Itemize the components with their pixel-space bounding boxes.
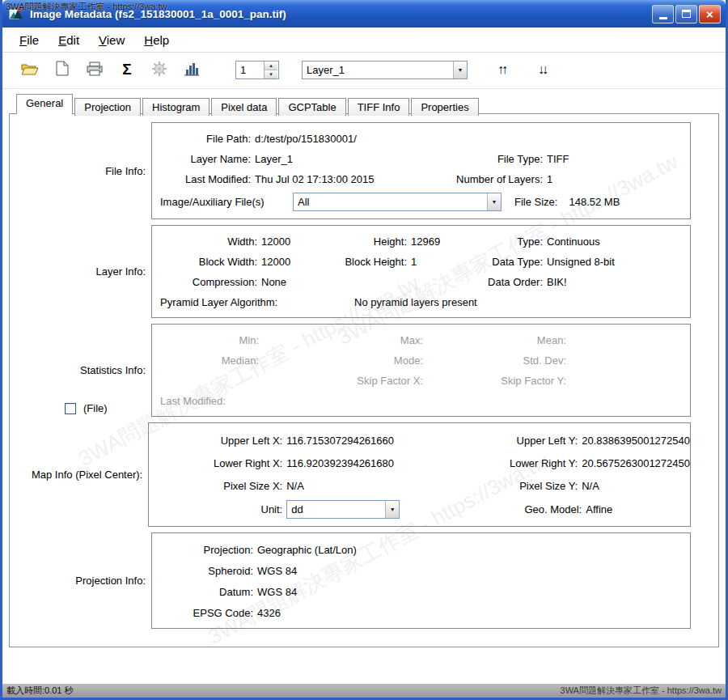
projection-info-section: Projection Info: Projection: Geographic … <box>10 532 718 629</box>
field-row: Median: Mode: Std. Dev: <box>160 350 690 371</box>
data-type-label: Data Type: <box>472 256 543 268</box>
aux-files-select[interactable]: All ▼ <box>293 193 502 211</box>
epsg-code-value: 4326 <box>253 607 281 619</box>
upper-left-x-value: 116.715307294261660 <box>282 435 456 447</box>
menu-edit[interactable]: Edit <box>51 32 87 49</box>
projection-info-label: Projection Info: <box>75 575 146 587</box>
menu-view[interactable]: View <box>91 32 132 49</box>
median-label: Median: <box>160 354 259 367</box>
layer-info-section: Layer Info: Width: 12000 Height: 12969 T… <box>10 225 718 318</box>
last-modified-value: Thu Jul 02 17:13:00 2015 <box>251 173 445 185</box>
printer-icon <box>87 62 103 78</box>
datum-label: Datum: <box>160 586 253 598</box>
layer-up-button[interactable]: ↑↑ <box>489 58 514 81</box>
datum-value: WGS 84 <box>253 586 297 598</box>
chevron-down-icon: ▼ <box>385 501 399 518</box>
field-row: Upper Left X: 116.715307294261660 Upper … <box>157 429 690 452</box>
pixel-size-y-label: Pixel Size Y: <box>456 480 578 492</box>
geo-model-label: Geo. Model: <box>400 503 582 515</box>
histogram-icon <box>184 62 200 78</box>
skip-factor-x-label: Skip Factor X: <box>160 375 423 387</box>
min-label: Min: <box>160 334 259 346</box>
title-bar[interactable]: Image Metadata (fs2_151830001_1a_0001_pa… <box>2 0 726 28</box>
file-size-value: 148.52 MB <box>557 196 620 208</box>
histogram-button[interactable] <box>179 58 205 81</box>
tab-pixel-data[interactable]: Pixel data <box>211 98 277 116</box>
tab-general[interactable]: General <box>16 94 73 114</box>
field-row: Skip Factor X: Skip Factor Y: <box>160 371 690 391</box>
projection-groupbox: Projection: Geographic (Lat/Lon) Spheroi… <box>151 532 691 629</box>
window-controls: × <box>650 5 721 23</box>
lower-right-x-label: Lower Right X: <box>157 457 282 469</box>
layer-info-label: Layer Info: <box>96 265 146 278</box>
block-width-value: 12000 <box>257 256 338 268</box>
maximize-button[interactable] <box>675 5 697 23</box>
max-label: Max: <box>356 334 423 346</box>
lower-right-y-label: Lower Right Y: <box>456 457 578 469</box>
layer-number-input[interactable] <box>236 62 264 78</box>
unit-label: Unit: <box>157 503 282 515</box>
layer-info-groupbox: Width: 12000 Height: 12969 Type: Continu… <box>151 225 691 318</box>
layer-select-value: Layer_1 <box>303 64 453 76</box>
layer-name-value: Layer_1 <box>251 153 445 165</box>
layer-up-icon: ↑↑ <box>497 62 506 77</box>
close-button[interactable]: × <box>699 5 721 23</box>
recompute-stats-button[interactable] <box>146 58 172 81</box>
spin-down-button[interactable]: ▼ <box>265 70 277 78</box>
compression-value: None <box>257 276 338 288</box>
image-metadata-window: Image Metadata (fs2_151830001_1a_0001_pa… <box>0 0 728 700</box>
tab-tiff-info[interactable]: TIFF Info <box>348 98 410 116</box>
compression-label: Compression: <box>160 276 257 288</box>
field-row: Datum: WGS 84 <box>160 581 690 602</box>
stats-last-modified-label: Last Modified: <box>160 395 226 407</box>
projection-value: Geographic (Lat/Lon) <box>253 544 357 556</box>
last-modified-label: Last Modified: <box>160 173 251 185</box>
unit-value: dd <box>287 503 385 515</box>
width-value: 12000 <box>257 235 338 248</box>
menu-file[interactable]: File <box>12 32 46 49</box>
tab-properties[interactable]: Properties <box>411 98 478 116</box>
spin-up-button[interactable]: ▲ <box>265 62 277 70</box>
aux-files-label: Image/Auxiliary File(s) <box>160 196 290 208</box>
layer-select[interactable]: Layer_1 ▼ <box>302 61 468 79</box>
file-stats-checkbox[interactable] <box>65 403 76 414</box>
upper-left-y-value: 20.8386395001272540 <box>578 435 690 447</box>
block-height-label: Block Height: <box>338 256 407 268</box>
layer-number-spinner[interactable]: ▲ ▼ <box>235 61 279 79</box>
pyramid-algorithm-label: Pyramid Layer Algorithm: <box>160 296 350 308</box>
upper-left-y-label: Upper Left Y: <box>456 435 578 447</box>
menu-help[interactable]: Help <box>137 32 176 49</box>
chevron-down-icon: ▼ <box>453 62 467 78</box>
file-stats-option: (File) <box>65 402 108 414</box>
unit-select[interactable]: dd ▼ <box>286 500 400 519</box>
layer-down-button[interactable]: ↓↓ <box>529 58 555 81</box>
number-of-layers-label: Number of Layers: <box>445 173 543 185</box>
pixel-size-x-label: Pixel Size X: <box>157 480 282 492</box>
open-file-button[interactable] <box>17 58 43 81</box>
field-row: Unit: dd ▼ Geo. Model: Affine <box>157 497 690 521</box>
statistics-sigma-button[interactable]: Σ <box>114 58 140 81</box>
tab-gcp-table[interactable]: GCPTable <box>278 98 345 116</box>
spheroid-value: WGS 84 <box>253 565 297 577</box>
field-row: Layer Name: Layer_1 File Type: TIFF <box>160 149 690 169</box>
watermark-text: 3WA問題解決專家工作室 - https://3wa.tw <box>561 685 722 697</box>
tab-bar: General Projection Histogram Pixel data … <box>9 89 719 114</box>
skip-factor-y-label: Skip Factor Y: <box>423 375 566 387</box>
map-info-label: Map Info (Pixel Center): <box>32 469 142 481</box>
new-document-icon <box>56 61 69 78</box>
window-title: Image Metadata (fs2_151830001_1a_0001_pa… <box>30 8 645 20</box>
tab-projection[interactable]: Projection <box>74 98 141 116</box>
field-row: Last Modified: Thu Jul 02 17:13:00 2015 … <box>160 169 690 189</box>
data-order-value: BIK! <box>543 276 567 288</box>
field-row: Width: 12000 Height: 12969 Type: Continu… <box>160 231 690 252</box>
height-value: 12969 <box>407 235 472 248</box>
print-button[interactable] <box>82 58 108 81</box>
mean-label: Mean: <box>496 334 566 346</box>
block-height-value: 1 <box>407 256 472 268</box>
general-tab-panel: 3WA問題解決專家工作室 - https://3wa.tw 3WA問題解決專家工… <box>9 113 719 647</box>
aux-files-value: All <box>294 196 487 208</box>
new-file-button[interactable] <box>49 58 75 81</box>
minimize-button[interactable] <box>652 5 674 23</box>
tab-histogram[interactable]: Histogram <box>142 98 210 116</box>
epsg-code-label: EPSG Code: <box>160 607 253 619</box>
